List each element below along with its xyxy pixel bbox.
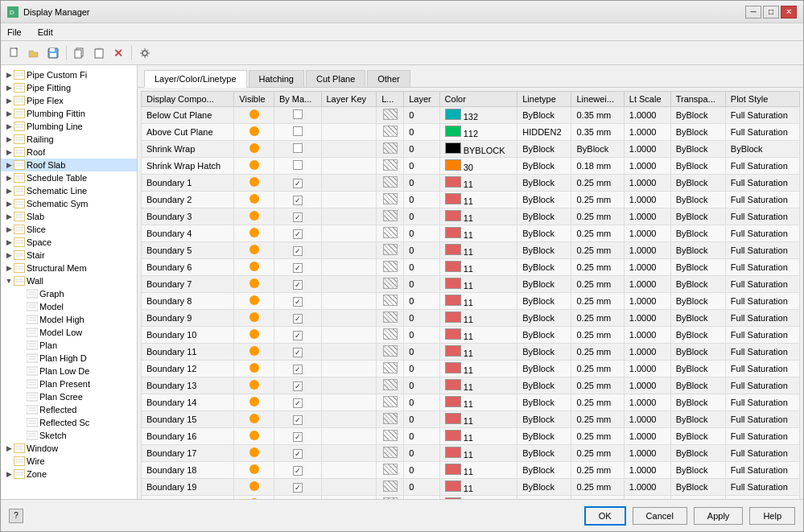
sidebar-item-plumbing-fittin[interactable]: ▶Plumbing Fittin [1,107,137,120]
minimize-button[interactable]: ─ [745,6,761,19]
close-button[interactable]: ✕ [781,6,797,19]
sidebar-item-railing[interactable]: ▶Railing [1,133,137,146]
expand-icon-plumbing-line[interactable]: ▶ [4,122,14,131]
col-header-10[interactable]: Transpa... [670,92,725,107]
cell-bymaterial-15[interactable]: ✓ [274,361,321,377]
table-row[interactable]: Boundary 13✓0 11ByBlock0.25 mm1.0000ByBl… [142,377,800,394]
sidebar-item-window[interactable]: ▶Window [1,442,137,455]
col-header-1[interactable]: Visible [234,92,274,107]
tab-cut-plane[interactable]: Cut Plane [306,70,365,87]
cell-visible-13[interactable] [234,327,274,344]
sidebar-item-wall[interactable]: ▼Wall [1,274,137,287]
menu-file[interactable]: File [4,26,25,39]
cell-bymaterial-12[interactable]: ✓ [274,310,321,327]
cell-visible-14[interactable] [234,344,274,361]
cell-bymaterial-21[interactable]: ✓ [274,462,321,479]
table-row[interactable]: Boundary 16✓0 11ByBlock0.25 mm1.0000ByBl… [142,428,800,445]
cell-visible-18[interactable] [234,411,274,428]
ok-button[interactable]: OK [584,506,626,526]
cell-color-8[interactable]: 11 [439,242,517,259]
cell-visible-4[interactable] [234,175,274,192]
cell-color-10[interactable]: 11 [439,276,517,293]
expand-icon-pipe-flex[interactable]: ▶ [4,96,14,105]
tab-hatching[interactable]: Hatching [249,70,304,87]
toolbar-settings[interactable] [136,44,154,62]
table-row[interactable]: Boundary 9✓0 11ByBlock0.25 mm1.0000ByBlo… [142,310,800,327]
table-row[interactable]: Boundary 6✓0 11ByBlock0.25 mm1.0000ByBlo… [142,259,800,276]
toolbar-open[interactable] [25,44,43,62]
cell-color-15[interactable]: 11 [439,361,517,377]
tab-layer-color[interactable]: Layer/Color/Linetype [144,70,247,88]
cell-color-21[interactable]: 11 [439,462,517,479]
col-header-2[interactable]: By Ma... [274,92,321,107]
table-row[interactable]: Boundary 3✓0 11ByBlock0.25 mm1.0000ByBlo… [142,208,800,225]
cell-color-0[interactable]: 132 [439,107,517,124]
sidebar-item-pipe-custom[interactable]: ▶Pipe Custom Fi [1,68,137,81]
table-row[interactable]: Boundary 8✓0 11ByBlock0.25 mm1.0000ByBlo… [142,293,800,310]
cell-color-2[interactable]: BYBLOCK [439,141,517,158]
cell-visible-3[interactable] [234,158,274,175]
cell-visible-19[interactable] [234,428,274,445]
toolbar-paste[interactable] [90,44,108,62]
expand-icon-schedule-table[interactable]: ▶ [4,173,14,183]
table-row[interactable]: Boundary 15✓0 11ByBlock0.25 mm1.0000ByBl… [142,411,800,428]
cell-bymaterial-3[interactable] [274,158,321,175]
cell-bymaterial-8[interactable]: ✓ [274,242,321,259]
expand-icon-schematic-sym[interactable]: ▶ [4,199,14,208]
cell-color-11[interactable]: 11 [439,293,517,310]
tab-other[interactable]: Other [367,70,410,87]
cell-bymaterial-14[interactable]: ✓ [274,344,321,361]
cell-visible-6[interactable] [234,208,274,225]
sidebar-item-slab[interactable]: ▶Slab [1,210,137,223]
cell-visible-1[interactable] [234,124,274,141]
sidebar-item-plumbing-line[interactable]: ▶Plumbing Line [1,120,137,133]
cell-bymaterial-2[interactable] [274,141,321,158]
help-status-icon[interactable]: ? [9,509,23,523]
sidebar-item-wall-plan-present[interactable]: Plan Present [1,377,137,390]
cell-bymaterial-20[interactable]: ✓ [274,445,321,462]
expand-icon-wall[interactable]: ▼ [4,276,14,286]
expand-icon-zone[interactable]: ▶ [4,469,14,479]
table-row[interactable]: Boundary 11✓0 11ByBlock0.25 mm1.0000ByBl… [142,344,800,361]
cell-bymaterial-7[interactable]: ✓ [274,225,321,242]
cell-color-17[interactable]: 11 [439,394,517,411]
sidebar-item-space[interactable]: ▶Space [1,236,137,249]
cell-visible-22[interactable] [234,479,274,496]
apply-button[interactable]: Apply [694,507,744,525]
col-header-9[interactable]: Lt Scale [624,92,670,107]
table-row[interactable]: Boundary 7✓0 11ByBlock0.25 mm1.0000ByBlo… [142,276,800,293]
col-header-6[interactable]: Color [439,92,517,107]
sidebar-item-wall-reflected[interactable]: Reflected [1,403,137,416]
col-header-8[interactable]: Linewei... [571,92,624,107]
table-row[interactable]: Boundary 5✓0 11ByBlock0.25 mm1.0000ByBlo… [142,242,800,259]
table-row[interactable]: Boundary 2✓0 11ByBlock0.25 mm1.0000ByBlo… [142,192,800,208]
expand-icon-railing[interactable]: ▶ [4,134,14,144]
sidebar-item-wall-sketch[interactable]: Sketch [1,429,137,442]
menu-edit[interactable]: Edit [35,26,56,39]
table-row[interactable]: Below Cut Plane0 132ByBlock0.35 mm1.0000… [142,107,800,124]
sidebar-item-wall-model-high[interactable]: Model High [1,313,137,326]
col-header-4[interactable]: L... [377,92,404,107]
expand-icon-stair[interactable]: ▶ [4,250,14,260]
table-row[interactable]: Boundary 19✓0 11ByBlock0.25 mm1.0000ByBl… [142,479,800,496]
cell-visible-7[interactable] [234,225,274,242]
expand-icon-window[interactable]: ▶ [4,443,14,453]
toolbar-delete[interactable]: ✕ [109,44,127,62]
cell-bymaterial-4[interactable]: ✓ [274,175,321,192]
cell-color-5[interactable]: 11 [439,192,517,208]
cell-bymaterial-13[interactable]: ✓ [274,327,321,344]
cell-color-16[interactable]: 11 [439,377,517,394]
expand-icon-space[interactable]: ▶ [4,237,14,247]
cell-color-20[interactable]: 11 [439,445,517,462]
cell-visible-8[interactable] [234,242,274,259]
help-button[interactable]: Help [749,507,795,525]
table-row[interactable]: Boundary 18✓0 11ByBlock0.25 mm1.0000ByBl… [142,462,800,479]
cell-visible-2[interactable] [234,141,274,158]
cell-color-14[interactable]: 11 [439,344,517,361]
cell-bymaterial-6[interactable]: ✓ [274,208,321,225]
cell-visible-21[interactable] [234,462,274,479]
sidebar-item-structural-mem[interactable]: ▶Structural Mem [1,262,137,274]
table-row[interactable]: Boundary 17✓0 11ByBlock0.25 mm1.0000ByBl… [142,445,800,462]
sidebar-item-wall-plan-high[interactable]: Plan High D [1,352,137,365]
expand-icon-plumbing-fittin[interactable]: ▶ [4,109,14,118]
